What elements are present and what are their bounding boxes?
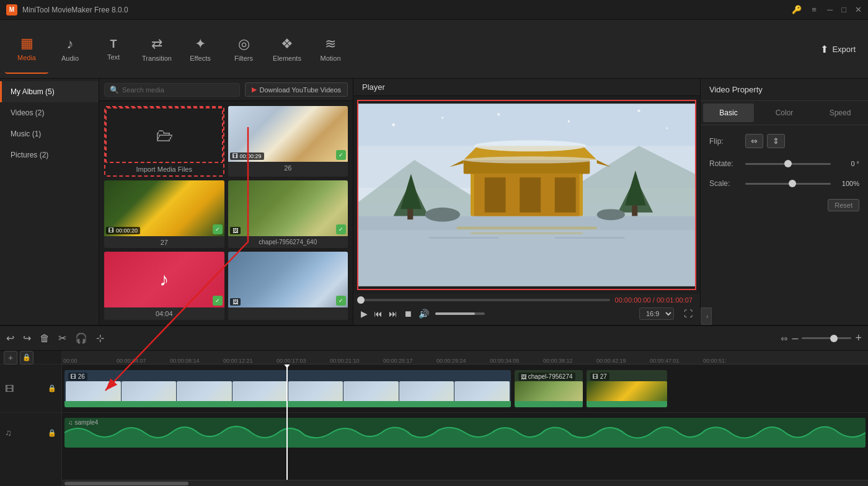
rotate-label: Rotate: (709, 159, 740, 168)
effects-icon: ✦ (195, 36, 206, 52)
audio-icon: ♪ (67, 36, 74, 52)
search-placeholder: Search media (122, 86, 164, 94)
flip-h-button[interactable]: ⇔ (745, 134, 763, 148)
svg-point-29 (392, 123, 395, 126)
svg-rect-28 (555, 237, 625, 238)
lock-video-track-button[interactable]: 🔒 (20, 351, 33, 365)
ruler-mark-1: 00:00:04:07 (117, 358, 146, 364)
sidebar-item-album[interactable]: My Album (5) (0, 81, 99, 102)
tab-color[interactable]: Color (759, 104, 810, 122)
skip-fwd-button[interactable]: ⏭ (389, 309, 397, 319)
crop-button[interactable]: ⊹ (96, 332, 104, 344)
toolbar-effects[interactable]: ✦ Effects (179, 24, 222, 74)
close-button[interactable]: ✕ (855, 5, 862, 14)
flip-label: Flip: (709, 137, 740, 146)
yt-button[interactable]: ▶ Download YouTube Videos (245, 82, 348, 97)
undo-button[interactable]: ↩ (6, 332, 14, 344)
export-icon: ⬆ (820, 43, 828, 55)
audio-track-row: ♫ sample4 /* Generate waveform bars */ (62, 413, 868, 453)
collapse-panel-button[interactable]: › (701, 307, 712, 325)
audio-clip-label: ♫ sample4 (68, 419, 98, 426)
sidebar-item-videos[interactable]: Videos (2) (0, 102, 99, 123)
player-video-area (353, 96, 700, 294)
lake-thumb: 🖼 ✓ (228, 252, 348, 307)
zoom-slider[interactable] (802, 337, 851, 339)
media-item-chapel[interactable]: 🖼 ✓ chapel-7956274_640 (228, 180, 348, 249)
zoom-in-button[interactable]: + (855, 332, 862, 345)
reset-button[interactable]: Reset (828, 199, 859, 211)
chapel-check: ✓ (336, 224, 346, 234)
redo-button[interactable]: ↪ (23, 332, 31, 344)
audio-track-icon: ♫ (5, 428, 12, 438)
text-icon: T (110, 38, 117, 51)
zoom-out-button[interactable]: – (792, 332, 798, 345)
media-content: 🔍 Search media ▶ Download YouTube Videos… (99, 79, 353, 325)
tab-basic[interactable]: Basic (703, 104, 754, 122)
aspect-ratio-select[interactable]: 16:9 (639, 307, 674, 320)
motion-icon: ≋ (325, 36, 336, 52)
chapel-clip[interactable]: 🖼 chapel-7956274 (515, 370, 583, 407)
media-item-music[interactable]: ♪ ✓ 04:04 (104, 252, 224, 320)
scale-slider[interactable] (745, 183, 831, 185)
ruler-mark-12: 00:00:51: (703, 358, 727, 364)
sidebar-album-label: My Album (5) (11, 87, 55, 96)
toolbar-audio[interactable]: ♪ Audio (48, 24, 92, 74)
svg-rect-25 (456, 226, 596, 229)
ruler-mark-3: 00:00:12:21 (223, 358, 253, 364)
maximize-button[interactable]: □ (841, 5, 846, 14)
menu-icon[interactable]: ≡ (810, 6, 818, 14)
toolbar-text[interactable]: T Text (92, 24, 135, 74)
headphone-button[interactable]: 🎧 (75, 332, 87, 344)
video-frame (357, 100, 696, 290)
main-video-clip[interactable]: 🎞 26 (64, 370, 511, 407)
toolbar-transition[interactable]: ⇄ Transition (135, 24, 179, 74)
play-button[interactable]: ▶ (361, 309, 368, 319)
svg-point-34 (666, 127, 668, 129)
video-lock-button[interactable]: 🔒 (48, 384, 56, 392)
scale-value: 100% (835, 180, 859, 187)
stop-button[interactable]: ⏹ (404, 309, 412, 319)
player-panel: Player (353, 79, 701, 325)
time-display: 00:00:00:00 / 00:01:00:07 (615, 296, 693, 304)
ruler-mark-11: 00:00:47:01 (650, 358, 680, 364)
toolbar-filters[interactable]: ◎ Filters (222, 24, 265, 74)
audio-clip[interactable]: ♫ sample4 /* Generate waveform bars */ (64, 418, 866, 448)
properties-content: Flip: ⇔ ⇕ Rotate: 0 ° Scale: (701, 125, 868, 307)
delete-button[interactable]: 🗑 (40, 333, 50, 344)
ruler-mark-10: 00:00:42:19 (596, 358, 626, 364)
import-media-tile[interactable]: 🗁 Import Media Files (104, 106, 224, 177)
tab-speed[interactable]: Speed (815, 104, 866, 122)
rotate-slider[interactable] (745, 163, 831, 165)
minimize-button[interactable]: ─ (827, 5, 833, 14)
flip-v-button[interactable]: ⇕ (767, 134, 785, 148)
timeline-ruler: 00:00 00:00:04:07 00:00:08:14 00:00:12:2… (62, 351, 868, 365)
media-item-lake[interactable]: 🖼 ✓ (228, 252, 348, 320)
toolbar-motion[interactable]: ≋ Motion (309, 24, 352, 74)
flowers-clip[interactable]: 🎞 27 (587, 370, 667, 407)
sidebar-item-music[interactable]: Music (1) (0, 123, 99, 144)
toolbar-audio-label: Audio (61, 55, 79, 62)
reset-label: Reset (835, 201, 852, 209)
fullscreen-button[interactable]: ⛶ (684, 309, 693, 319)
scale-controls: 100% (745, 180, 859, 187)
svg-point-22 (597, 209, 625, 220)
sidebar-item-pictures[interactable]: Pictures (2) (0, 144, 99, 166)
toolbar-elements[interactable]: ❖ Elements (265, 24, 309, 74)
export-button[interactable]: ⬆ Export (813, 43, 863, 55)
folder-icon: 🗁 (156, 125, 173, 146)
toolbar-media[interactable]: ▦ Media (5, 24, 48, 74)
yt-label: Download YouTube Videos (260, 86, 342, 94)
scissors-button[interactable]: ✂ (58, 332, 66, 344)
media-grid: 🗁 Import Media Files 🎞 00:00:29 ✓ 26 (99, 101, 353, 325)
media-item-27[interactable]: 🎞 00:00:20 ✓ 27 (104, 180, 224, 249)
audio-lock-button[interactable]: 🔒 (48, 429, 56, 437)
media-item-26[interactable]: 🎞 00:00:29 ✓ 26 (228, 106, 348, 177)
volume-slider[interactable] (435, 312, 485, 315)
add-video-track-button[interactable]: + (4, 351, 17, 365)
skip-back-button[interactable]: ⏮ (374, 309, 383, 319)
scroll-thumb[interactable] (64, 482, 188, 485)
volume-icon: 🔊 (418, 309, 429, 319)
progress-track[interactable] (361, 299, 610, 301)
film-icon-27: 🎞 (108, 228, 114, 234)
rotate-row: Rotate: 0 ° (709, 159, 859, 168)
